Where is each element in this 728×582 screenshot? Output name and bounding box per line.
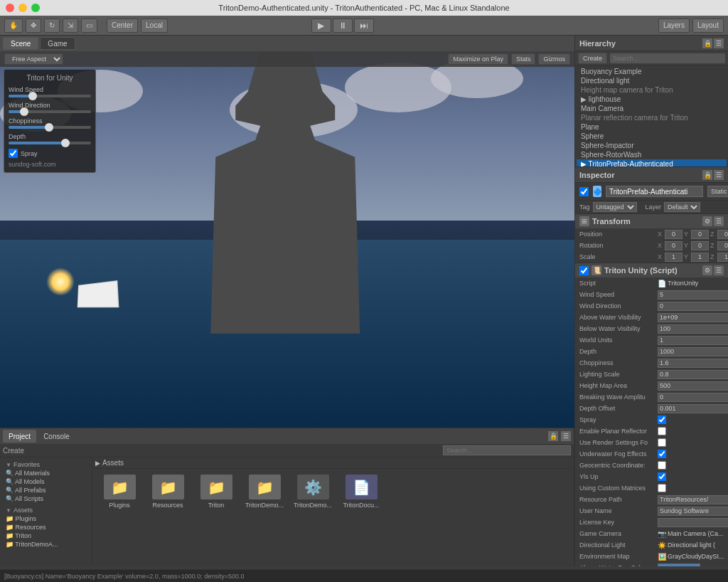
- wind-speed-prop-input[interactable]: [658, 290, 728, 300]
- wind-direction-thumb[interactable]: [20, 107, 28, 116]
- layout-button[interactable]: Layout: [692, 18, 724, 33]
- aspect-select[interactable]: Free Aspect: [4, 53, 63, 65]
- maximize-on-play-button[interactable]: Maximize on Play: [448, 53, 508, 65]
- h-item-lighthouse[interactable]: ▶ lighthouse: [577, 95, 727, 104]
- transform-menu-icon[interactable]: ☰: [714, 216, 724, 226]
- hierarchy-lock-icon[interactable]: 🔒: [702, 38, 712, 48]
- asset-tritondocu[interactable]: 📄 TritonDocu...: [340, 475, 382, 509]
- hand-tool-button[interactable]: ✋: [4, 18, 23, 33]
- lock-icon[interactable]: 🔒: [548, 431, 558, 441]
- wind-speed-track[interactable]: [9, 95, 91, 97]
- tab-scene[interactable]: Scene: [3, 37, 38, 50]
- breaking-wave-amp-input[interactable]: [658, 393, 728, 402]
- wind-direction-track[interactable]: [9, 110, 91, 113]
- depth-prop-input[interactable]: [658, 347, 728, 356]
- triton-script-settings-icon[interactable]: ⚙: [702, 265, 712, 275]
- above-water-fog-color-swatch[interactable]: [658, 564, 700, 566]
- layers-button[interactable]: Layers: [658, 18, 690, 33]
- minimize-button[interactable]: [18, 4, 27, 12]
- wind-speed-thumb[interactable]: [28, 92, 37, 100]
- hierarchy-create-button[interactable]: Create: [578, 53, 607, 64]
- all-materials-item[interactable]: 🔍 All Materials: [3, 469, 89, 477]
- scale-x-input[interactable]: [665, 253, 682, 262]
- inspector-lock-icon[interactable]: 🔒: [702, 170, 712, 180]
- hierarchy-search-input[interactable]: [610, 53, 725, 63]
- rot-x-input[interactable]: [665, 241, 682, 250]
- stats-button[interactable]: Stats: [511, 53, 536, 65]
- depth-thumb[interactable]: [61, 139, 70, 147]
- inspector-menu-icon[interactable]: ☰: [714, 170, 724, 180]
- layer-select[interactable]: Default: [664, 202, 700, 212]
- pos-x-input[interactable]: [665, 230, 682, 239]
- pivot-local-button[interactable]: Local: [141, 18, 168, 33]
- project-search-input[interactable]: [443, 445, 571, 455]
- choppiness-thumb[interactable]: [45, 123, 53, 132]
- triton-folder-item[interactable]: 📁 Triton: [3, 531, 89, 540]
- hierarchy-menu-icon[interactable]: ☰: [714, 38, 724, 48]
- pos-y-input[interactable]: [691, 230, 709, 239]
- scale-tool-button[interactable]: ⇲: [63, 18, 78, 33]
- window-controls[interactable]: [6, 4, 40, 12]
- tritondemo-folder-item[interactable]: 📁 TritonDemoA...: [3, 540, 89, 549]
- use-render-settings-checkbox[interactable]: [658, 438, 666, 447]
- h-item-sphere-rotorwash[interactable]: Sphere-RotorWash: [577, 150, 727, 159]
- h-item-main-camera[interactable]: Main Camera: [577, 104, 727, 113]
- spray-prop-checkbox[interactable]: [658, 416, 666, 424]
- panel-menu-icon[interactable]: ☰: [561, 431, 571, 441]
- h-item-directional-light[interactable]: Directional light: [577, 76, 727, 85]
- user-name-input[interactable]: [658, 507, 728, 516]
- all-models-item[interactable]: 🔍 All Models: [3, 477, 89, 486]
- asset-resources[interactable]: 📁 Resources: [146, 475, 189, 509]
- lighting-scale-input[interactable]: [658, 370, 728, 379]
- resource-path-input[interactable]: [658, 495, 728, 504]
- depth-track[interactable]: [9, 142, 91, 144]
- rect-tool-button[interactable]: ▭: [81, 18, 97, 33]
- h-item-triton-prefab[interactable]: ▶ TritonPrefab-Authenticated: [577, 159, 727, 167]
- world-units-input[interactable]: [658, 336, 728, 345]
- transform-header[interactable]: ⊞ Transform ⚙ ☰: [575, 214, 728, 228]
- rotate-tool-button[interactable]: ↻: [44, 18, 60, 33]
- license-key-input[interactable]: [658, 518, 728, 527]
- choppiness-track[interactable]: [9, 126, 91, 129]
- asset-tritondemo2[interactable]: ⚙️ TritonDemo...: [291, 475, 334, 509]
- pause-button[interactable]: ⏸: [333, 18, 353, 33]
- static-button[interactable]: Static: [707, 186, 728, 197]
- pivot-center-button[interactable]: Center: [107, 18, 138, 33]
- move-tool-button[interactable]: ✥: [26, 18, 41, 33]
- resources-folder-item[interactable]: 📁 Resources: [3, 523, 89, 531]
- maximize-button[interactable]: [31, 4, 40, 12]
- scale-z-input[interactable]: [717, 253, 728, 262]
- h-item-sphere-impactor[interactable]: Sphere-Impactor: [577, 141, 727, 150]
- all-prefabs-item[interactable]: 🔍 All Prefabs: [3, 486, 89, 494]
- h-item-planar-camera[interactable]: Planar reflection camera for Triton: [577, 113, 727, 122]
- pos-z-input[interactable]: [717, 230, 728, 239]
- depth-offset-input[interactable]: [658, 404, 728, 413]
- tab-console[interactable]: Console: [38, 430, 75, 443]
- all-scripts-item[interactable]: 🔍 All Scripts: [3, 494, 89, 503]
- active-checkbox[interactable]: [579, 187, 589, 196]
- tag-select[interactable]: Untagged: [593, 202, 637, 212]
- h-item-sphere[interactable]: Sphere: [577, 132, 727, 141]
- above-water-vis-input[interactable]: [658, 313, 728, 322]
- h-item-plane[interactable]: Plane: [577, 122, 727, 132]
- close-button[interactable]: [6, 4, 14, 12]
- spray-checkbox[interactable]: [9, 149, 18, 158]
- plugins-folder-item[interactable]: 📁 Plugins: [3, 514, 89, 523]
- play-button[interactable]: ▶: [311, 18, 331, 33]
- triton-script-menu-icon[interactable]: ☰: [714, 265, 724, 275]
- tab-game[interactable]: Game: [40, 37, 75, 50]
- custom-matrices-checkbox[interactable]: [658, 484, 666, 492]
- underwater-fog-checkbox[interactable]: [658, 450, 666, 458]
- asset-triton[interactable]: 📁 Triton: [195, 475, 237, 509]
- h-item-buoyancy[interactable]: Buoyancy Example: [577, 67, 727, 76]
- geocentric-checkbox[interactable]: [658, 461, 666, 470]
- choppiness-prop-input[interactable]: [658, 359, 728, 368]
- transform-settings-icon[interactable]: ⚙: [702, 216, 712, 226]
- scale-y-input[interactable]: [691, 253, 709, 262]
- wind-dir-prop-input[interactable]: [658, 302, 728, 311]
- object-name-input[interactable]: [606, 186, 703, 197]
- triton-script-active-checkbox[interactable]: [579, 266, 589, 275]
- below-water-vis-input[interactable]: [658, 324, 728, 334]
- h-item-heightmap-camera[interactable]: Height map camera for Triton: [577, 85, 727, 95]
- yls-up-checkbox[interactable]: [658, 472, 666, 481]
